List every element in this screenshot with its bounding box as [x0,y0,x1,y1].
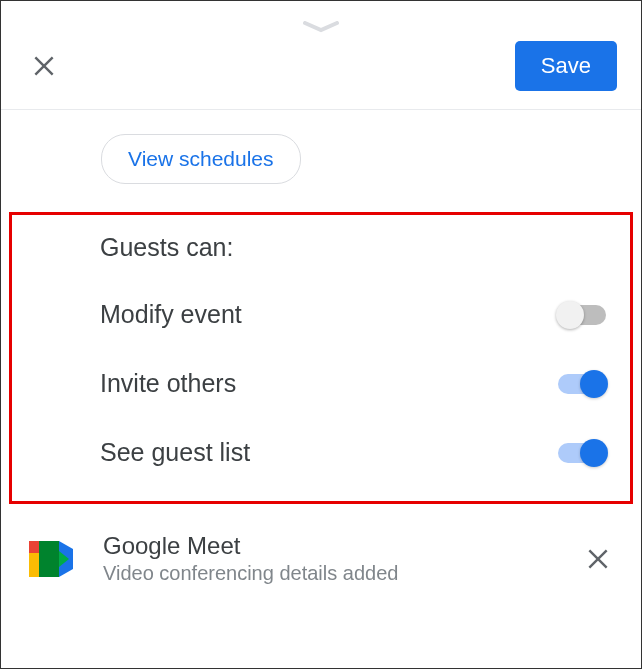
content-area: View schedules Guests can: Modify event … [1,110,641,605]
google-meet-subtitle: Video conferencing details added [103,562,579,585]
switch-thumb [580,439,608,467]
view-schedules-button[interactable]: View schedules [101,134,301,184]
guest-permissions-section: Guests can: Modify event Invite others S… [9,212,633,504]
permission-row-invite-others: Invite others [24,369,618,398]
drag-handle[interactable] [1,1,641,41]
switch-thumb [556,301,584,329]
guests-can-title: Guests can: [24,233,618,262]
permission-label: Modify event [100,300,242,329]
see-guest-list-toggle[interactable] [558,443,606,463]
close-icon [585,546,611,572]
invite-others-toggle[interactable] [558,374,606,394]
save-button[interactable]: Save [515,41,617,91]
permission-label: See guest list [100,438,250,467]
google-meet-icon [29,541,73,577]
switch-thumb [580,370,608,398]
permission-row-modify-event: Modify event [24,300,618,329]
remove-meet-button[interactable] [579,540,617,578]
view-schedules-wrap: View schedules [1,134,641,184]
svg-rect-2 [29,541,39,553]
google-meet-text: Google Meet Video conferencing details a… [103,532,579,585]
chevron-down-icon [297,21,345,33]
close-button[interactable] [25,47,63,85]
permission-label: Invite others [100,369,236,398]
permission-row-see-guest-list: See guest list [24,438,618,467]
google-meet-title: Google Meet [103,532,579,560]
google-meet-row: Google Meet Video conferencing details a… [1,504,641,605]
modify-event-toggle[interactable] [558,305,606,325]
close-icon [31,53,57,79]
svg-rect-4 [39,541,59,577]
header: Save [1,41,641,109]
svg-rect-3 [29,553,39,577]
